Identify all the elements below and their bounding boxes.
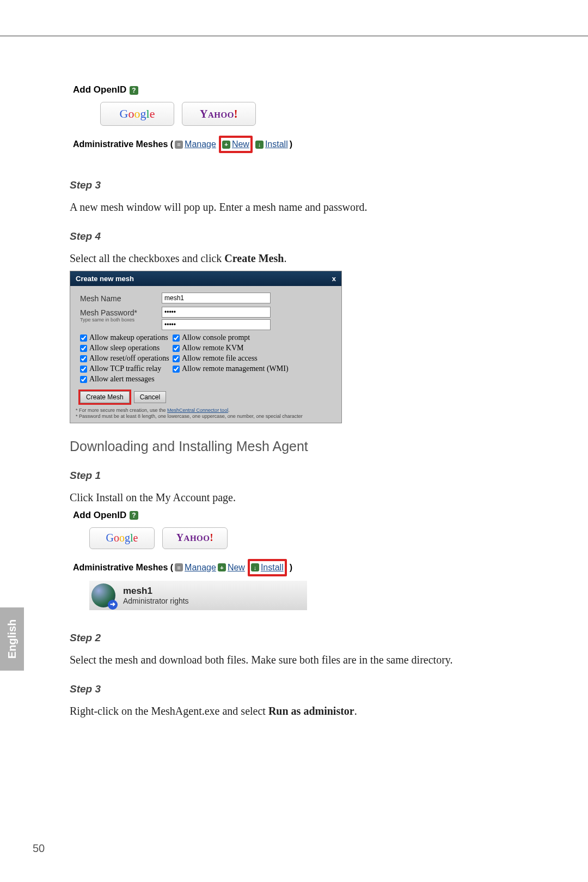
new-highlight: + New [219, 136, 253, 153]
foot2: * Password must be at least 8 length, on… [76, 413, 336, 419]
plus-icon-2: + [218, 563, 226, 571]
google-logo: Google [120, 107, 155, 121]
step-3b-bold: Run as administor [268, 705, 354, 717]
dialog-title-text: Create new mesh [76, 275, 134, 283]
step-4a-suffix: . [284, 252, 286, 264]
help-icon-2[interactable]: ? [130, 511, 138, 520]
download-icon: ↓ [255, 141, 264, 149]
globe-arrow-icon: ➜ [108, 600, 118, 610]
screenshot-openid-new: Add OpenID ? Google YAHOO! Administrativ… [73, 84, 345, 153]
add-openid-label: Add OpenID ? [73, 84, 345, 95]
dialog-body: Mesh Name Mesh Password* Type same in bo… [70, 286, 341, 406]
manage-link-2[interactable]: Manage [185, 563, 216, 573]
close-icon[interactable]: x [332, 275, 336, 283]
chk-wmi[interactable]: Allow remote management (WMI) [173, 364, 332, 373]
help-icon[interactable]: ? [130, 86, 138, 95]
mesh-name-row: Mesh Name [80, 293, 332, 303]
step-4a-label: Step 4 [70, 230, 494, 242]
mesh-item-row[interactable]: ➜ mesh1 Administrator rights [89, 581, 307, 610]
chk-console[interactable]: Allow console prompt [173, 333, 332, 342]
foot1: * For more secure mesh creation, use the… [76, 407, 336, 413]
cancel-button[interactable]: Cancel [134, 391, 166, 403]
chk-makeup[interactable]: Allow makeup operations [80, 333, 173, 342]
mesh-item-name: mesh1 [123, 586, 189, 597]
admin-meshes-label-2: Administrative Meshes ( [73, 563, 173, 573]
install-link-2[interactable]: Install [261, 563, 284, 573]
create-mesh-dialog: Create new mesh x Mesh Name Mesh Passwor… [70, 271, 342, 423]
step-3b-text: Right-click on the MeshAgent.exe and sel… [70, 703, 494, 719]
add-openid-label-2: Add OpenID ? [73, 510, 367, 521]
mesh-password-label: Mesh Password* Type same in both boxes [80, 307, 162, 323]
mesh-password-input-2[interactable] [162, 319, 271, 330]
yahoo-button-2[interactable]: YAHOO! [162, 527, 228, 549]
pw-label-text: Mesh Password* [80, 308, 137, 317]
admin-meshes-row: Administrative Meshes ( ≡ Manage + New ↓… [73, 136, 345, 153]
mesh-password-row: Mesh Password* Type same in both boxes [80, 307, 332, 330]
install-highlight: ↓ Install [248, 559, 287, 576]
step-4a-text: Select all the checkboxes and click Crea… [70, 250, 494, 266]
dialog-footnotes: * For more secure mesh creation, use the… [70, 406, 341, 423]
step-3a-text: A new mesh window will pop up. Enter a m… [70, 199, 494, 215]
mesh-name-input[interactable] [162, 293, 271, 303]
step-4a-prefix: Select all the checkboxes and click [70, 252, 224, 264]
mesh-password-input-1[interactable] [162, 307, 271, 318]
close-paren: ) [290, 139, 292, 149]
yahoo-button[interactable]: YAHOO! [182, 102, 256, 126]
pw-sub-text: Type same in both boxes [80, 317, 162, 323]
admin-meshes-row-2: Administrative Meshes ( ≡ Manage + New ↓… [73, 559, 367, 576]
new-link[interactable]: New [232, 139, 249, 149]
manage-link[interactable]: Manage [185, 139, 216, 149]
admin-meshes-label: Administrative Meshes ( [73, 139, 173, 149]
step-3b-label: Step 3 [70, 683, 494, 695]
yahoo-logo: YAHOO! [200, 108, 238, 120]
create-mesh-button[interactable]: Create Mesh [80, 391, 130, 403]
dialog-titlebar: Create new mesh x [70, 271, 341, 286]
google-logo-2: Google [106, 532, 138, 544]
mesh-item-rights: Administrator rights [123, 597, 189, 605]
google-button-2[interactable]: Google [89, 527, 155, 549]
chk-sleep[interactable]: Allow sleep operations [80, 344, 173, 352]
mesh-globe-icon: ➜ [91, 583, 115, 607]
foot1-suffix: . [228, 407, 230, 413]
step-2b-label: Step 2 [70, 632, 494, 644]
top-rule [0, 35, 588, 37]
install-link[interactable]: Install [265, 139, 288, 149]
step-2b-text: Select the mesh and download both files.… [70, 652, 494, 668]
page-content: Add OpenID ? Google YAHOO! Administrativ… [70, 84, 494, 723]
add-openid-text: Add OpenID [73, 84, 126, 95]
section-heading: Downloading and Installing Mesh Agent [70, 439, 494, 454]
page-number: 50 [33, 842, 45, 855]
step-3b-suffix: . [354, 705, 357, 717]
dialog-buttons: Create Mesh Cancel [80, 391, 332, 403]
language-tab: English [0, 607, 24, 671]
step-3b-prefix: Right-click on the MeshAgent.exe and sel… [70, 705, 268, 717]
close-paren-2: ) [290, 563, 292, 573]
mesh-item-text: mesh1 Administrator rights [123, 586, 189, 605]
step-4a-bold: Create Mesh [224, 252, 284, 264]
foot1-prefix: * For more secure mesh creation, use the [76, 407, 167, 413]
screenshot-openid-install: Add OpenID ? Google YAHOO! Administrativ… [73, 510, 367, 610]
step-3a-label: Step 3 [70, 179, 494, 191]
download-icon-2: ↓ [251, 563, 259, 571]
add-openid-text-2: Add OpenID [73, 510, 126, 520]
step-1b-text: Click Install on the My Account page. [70, 489, 494, 506]
chk-tcp[interactable]: Allow TCP traffic relay [80, 364, 173, 373]
openid-provider-buttons-2: Google YAHOO! [89, 527, 367, 549]
manage-icon-2: ≡ [175, 563, 183, 571]
chk-file[interactable]: Allow remote file access [173, 354, 332, 363]
google-button[interactable]: Google [100, 102, 174, 126]
yahoo-logo-2: YAHOO! [176, 532, 213, 544]
chk-reset[interactable]: Allow reset/off operations [80, 354, 173, 363]
plus-icon: + [222, 141, 230, 149]
pw-inputs-col [162, 307, 271, 330]
step-1b-label: Step 1 [70, 470, 494, 482]
chk-alert[interactable]: Allow alert messages [80, 375, 173, 384]
new-link-2[interactable]: New [228, 563, 245, 573]
manage-icon: ≡ [175, 141, 183, 149]
dialog-checkboxes: Allow makeup operations Allow console pr… [80, 333, 332, 384]
openid-provider-buttons: Google YAHOO! [100, 102, 345, 126]
chk-kvm[interactable]: Allow remote KVM [173, 344, 332, 352]
foot1-link[interactable]: MeshCentral Connector tool [167, 407, 228, 413]
mesh-name-label: Mesh Name [80, 293, 162, 303]
